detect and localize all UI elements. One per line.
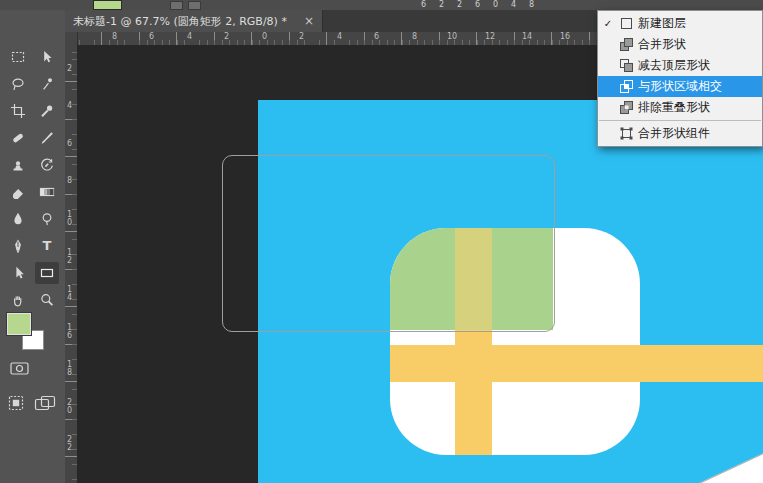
type-icon: T (43, 238, 52, 254)
ruler-number: 6 (149, 32, 154, 42)
menu-item-intersect-shape-areas[interactable]: 与形状区域相交 (598, 76, 762, 97)
ruler-number: 20 (66, 399, 73, 415)
menu-item-label: 合并形状组件 (638, 125, 710, 142)
quick-mask-button[interactable] (8, 360, 32, 378)
stamp-icon (10, 157, 26, 173)
path-operations-menu: ✓ 新建图层 合并形状 减去顶层形状 与形状区域相交 (597, 10, 763, 147)
ruler-number: 4 (66, 102, 73, 110)
options-number: 8 (529, 0, 534, 10)
menu-item-new-layer[interactable]: ✓ 新建图层 (598, 13, 762, 34)
type-tool[interactable]: T (35, 235, 59, 257)
menu-item-label: 合并形状 (638, 36, 686, 53)
ruler-corner (65, 32, 78, 46)
ruler-number: 6 (374, 32, 379, 42)
brush-icon (39, 130, 55, 146)
menu-item-combine-shapes[interactable]: 合并形状 (598, 34, 762, 55)
tab-close-icon[interactable]: × (304, 14, 314, 28)
menu-item-merge-shape-components[interactable]: 合并形状组件 (598, 123, 762, 144)
water-drop-icon (10, 211, 26, 227)
pen-tool[interactable] (6, 235, 30, 257)
ruler-number: 0 (262, 32, 267, 42)
stroke-width-icon[interactable] (188, 1, 201, 10)
ruler-number: 8 (412, 32, 417, 42)
ruler-number: 12 (66, 249, 73, 265)
rectangular-marquee-icon (10, 49, 26, 65)
fill-color-swatch[interactable] (93, 0, 122, 10)
combine-shapes-icon (618, 37, 634, 52)
options-number: 0 (493, 0, 498, 10)
ruler-number: 16 (560, 32, 570, 42)
move-tool[interactable] (35, 46, 59, 68)
check-icon: ✓ (602, 18, 614, 29)
hand-tool[interactable] (6, 289, 30, 311)
rectangular-marquee-tool[interactable] (6, 46, 30, 68)
options-number: 6 (421, 0, 426, 10)
stroke-option-icon[interactable] (170, 1, 183, 10)
hand-icon (10, 292, 26, 308)
menu-item-label: 排除重叠形状 (638, 99, 710, 116)
menu-item-label: 与形状区域相交 (638, 78, 722, 95)
magnifier-icon (39, 292, 55, 308)
merge-shape-components-icon (618, 126, 634, 141)
document-canvas[interactable] (258, 100, 763, 483)
dodge-tool[interactable] (35, 208, 59, 230)
options-number: 4 (511, 0, 516, 10)
ruler-number: 6 (66, 140, 73, 148)
eyedropper-icon (39, 103, 55, 119)
gradient-icon (39, 184, 55, 200)
pen-nib-icon (10, 238, 26, 254)
path-selection-tool[interactable] (6, 262, 30, 284)
ruler-number: 16 (66, 324, 73, 340)
crop-tool[interactable] (6, 100, 30, 122)
document-tab-title: 未标题-1 @ 67.7% (圆角矩形 2, RGB/8) * (73, 14, 298, 29)
arrange-windows-button[interactable] (33, 392, 57, 414)
eyedropper-tool[interactable] (35, 100, 59, 122)
eraser-icon (10, 184, 26, 200)
clone-stamp-tool[interactable] (6, 154, 30, 176)
screen-mode-icon (8, 395, 24, 411)
ruler-number: 14 (66, 286, 73, 302)
ruler-number: 12 (485, 32, 495, 42)
options-bar: 6 2 2 6 0 4 8 (0, 0, 763, 10)
zoom-tool[interactable] (35, 289, 59, 311)
brush-tool[interactable] (35, 127, 59, 149)
ruler-number: 4 (337, 32, 342, 42)
tools-panel: T (0, 10, 66, 483)
menu-separator (599, 120, 761, 121)
eraser-tool[interactable] (6, 181, 30, 203)
options-number: 2 (457, 0, 462, 10)
ruler-number: 8 (112, 32, 117, 42)
quick-mask-icon (10, 362, 30, 376)
overlapping-windows-icon (34, 395, 56, 411)
subtract-front-shape-icon (618, 58, 634, 73)
options-number: 2 (439, 0, 444, 10)
history-brush-tool[interactable] (35, 154, 59, 176)
ruler-number: 22 (66, 436, 73, 452)
options-number: 6 (475, 0, 480, 10)
foreground-color-swatch[interactable] (7, 313, 31, 335)
spot-healing-brush-tool[interactable] (6, 127, 30, 149)
dodge-icon (39, 211, 55, 227)
rounded-rectangle-tool[interactable] (35, 262, 59, 284)
shape-path-outline (222, 155, 555, 332)
ruler-number: 2 (299, 32, 304, 42)
magic-wand-tool[interactable] (35, 73, 59, 95)
menu-item-label: 新建图层 (638, 15, 686, 32)
document-tab[interactable]: 未标题-1 @ 67.7% (圆角矩形 2, RGB/8) * × (65, 10, 323, 32)
ruler-number: 8 (66, 177, 73, 185)
magic-wand-icon (39, 76, 55, 92)
photoshop-window: 6 2 2 6 0 4 8 (0, 0, 763, 483)
ruler-number: 2 (224, 32, 229, 42)
ruler-number: 10 (447, 32, 457, 42)
blur-tool[interactable] (6, 208, 30, 230)
menu-item-subtract-front-shape[interactable]: 减去顶层形状 (598, 55, 762, 76)
crop-icon (10, 103, 26, 119)
screen-mode-button[interactable] (4, 392, 28, 414)
menu-item-label: 减去顶层形状 (638, 57, 710, 74)
gradient-tool[interactable] (35, 181, 59, 203)
new-layer-icon (618, 16, 634, 31)
horizontal-yellow-stripe (390, 345, 763, 382)
lasso-tool[interactable] (6, 73, 30, 95)
intersect-shape-areas-icon (618, 79, 634, 94)
menu-item-exclude-overlapping-shapes[interactable]: 排除重叠形状 (598, 97, 762, 118)
